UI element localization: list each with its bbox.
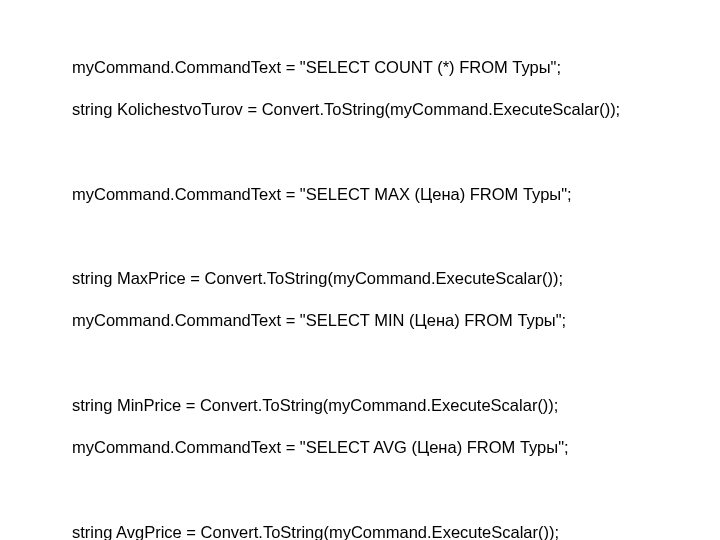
code-line: myCommand.CommandText = "SELECT MIN (Цен… [72, 310, 648, 331]
code-line: string MinPrice = Convert.ToString(myCom… [72, 395, 648, 416]
code-line: myCommand.CommandText = "SELECT COUNT (*… [72, 57, 648, 78]
code-line: string AvgPrice = Convert.ToString(myCom… [72, 522, 648, 540]
code-line: string KolichestvoTurov = Convert.ToStri… [72, 99, 648, 120]
blank-line [72, 226, 648, 247]
blank-line [72, 479, 648, 500]
blank-line [72, 142, 648, 163]
code-line: myCommand.CommandText = "SELECT AVG (Цен… [72, 437, 648, 458]
code-line: myCommand.CommandText = "SELECT MAX (Цен… [72, 184, 648, 205]
blank-line [72, 353, 648, 374]
code-line: string MaxPrice = Convert.ToString(myCom… [72, 268, 648, 289]
code-snippet: myCommand.CommandText = "SELECT COUNT (*… [72, 36, 648, 540]
